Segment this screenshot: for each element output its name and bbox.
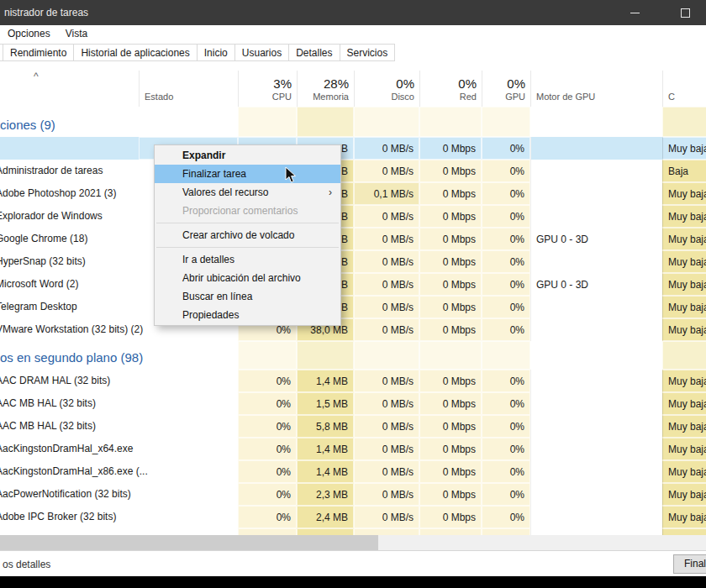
tab-detalles[interactable]: Detalles [288,44,340,61]
tab-inicio[interactable]: Inicio [197,44,235,61]
disk-cell: 0 MB/s [354,250,419,273]
process-row[interactable]: 0%1,5 MB0 MB/s0 Mbps0%Muy bajaAAC MB HAL… [0,392,706,415]
memory-cell: 5,8 MB [297,415,354,438]
gpu-engine-cell [530,528,662,535]
gpu-cell: 0% [482,528,530,535]
disk-cell: 0 MB/s [354,137,419,160]
taskbar-strip [0,576,706,588]
column-header-label: GPU [482,91,530,102]
context-menu-item-crear-archivo-de-volcado[interactable]: Crear archivo de volcado [155,226,340,244]
status-cell [139,392,238,415]
process-name: AacPowerNotification (32 bits) [0,483,131,506]
context-menu-item-abrir-ubicación-del-archivo[interactable]: Abrir ubicación del archivo [155,269,340,287]
menu-vista[interactable]: Vista [58,25,95,43]
gpu-cell: 0% [482,318,530,341]
gpu-engine-cell [530,415,662,438]
gpu-cell: 0% [482,483,530,506]
memory-cell: 2,3 MB [297,483,354,506]
end-task-button[interactable]: Finalizar tarea [673,554,706,574]
process-row[interactable]: 0%2,4 MB0 MB/s0 Mbps0%Muy bajaAdobe IPC … [0,506,706,528]
tab-usuarios[interactable]: Usuarios [234,44,289,61]
process-row[interactable]: 0%2,3 MB0 MB/s0 Mbps0%Muy bajaAacPowerNo… [0,483,706,506]
column-header-label: CPU [239,91,297,102]
column-header-gpu[interactable]: 0%GPU [482,71,530,107]
gpu-engine-cell: GPU 0 - 3D [530,228,662,250]
network-cell: 0 Mbps [419,370,482,392]
process-row[interactable]: 0%25,7 MB0 MB/s0 Mbps0%Muy bajaTelegram … [0,296,706,318]
minimize-icon [630,13,640,13]
column-header-value: 0% [355,76,419,91]
context-menu-item-proporcionar-comentarios: Proporcionar comentarios [155,202,340,220]
process-row[interactable]: 0%12,6 MB0 MB/s0 Mbps0%Muy bajaAdobe Gen… [0,528,706,535]
process-group-header[interactable]: ciones (9) [0,107,706,137]
process-row[interactable]: 0%30,1 MB0 MB/s0 Mbps0%BajaAdministrador… [0,160,706,182]
horizontal-scrollbar[interactable] [0,535,706,550]
gpu-cell: 0% [482,160,530,182]
column-header-estado[interactable]: Estado [139,71,238,107]
process-row[interactable]: 0%462,8 MB0,1 MB/s0 Mbps0%Muy bajaAdobe … [0,182,706,205]
context-menu-item-ir-a-detalles[interactable]: Ir a detalles [155,250,340,269]
power-usage-cell: Muy baja [662,370,706,392]
process-row[interactable]: 0%1,4 MB0 MB/s0 Mbps0%Muy bajaAacKingsto… [0,438,706,460]
net-cell [419,107,482,137]
disk-cell [354,107,419,137]
process-name: AacKingstonDramHal_x86.exe (... [0,460,148,483]
maximize-button[interactable] [666,0,704,25]
horizontal-scrollbar-thumb[interactable] [0,535,378,550]
column-header-value: 28% [298,76,354,91]
disk-cell: 0 MB/s [354,415,419,438]
context-menu-item-propiedades[interactable]: Propiedades [155,306,340,324]
disk-cell: 0 MB/s [354,528,419,535]
cpu-cell: 0% [238,438,297,460]
context-menu-item-buscar-en-línea[interactable]: Buscar en línea [155,287,340,306]
sort-ascending-icon[interactable]: ^ [34,71,39,82]
column-header-disk[interactable]: 0%Disco [354,71,419,107]
status-cell [139,483,238,506]
column-header-net[interactable]: 0%Red [419,71,482,107]
tab-rendimiento[interactable]: Rendimiento [3,44,74,61]
process-name: VMware Workstation (32 bits) (2) [0,318,143,341]
column-header-engine[interactable]: Motor de GPU [530,71,662,107]
process-table-body: ciones (9)0%23,9 MB0 MB/s0 Mbps0%Muy baj… [0,107,706,535]
tab-historial-de-aplicaciones[interactable]: Historial de aplicaciones [73,44,197,61]
process-row[interactable]: 0%610,4 MB0 MB/s0 Mbps0%GPU 0 - 3DMuy ba… [0,228,706,250]
process-row[interactable]: 0%5,8 MB0 MB/s0 Mbps0%Muy bajaAAC MB HAL… [0,415,706,438]
disk-cell: 0 MB/s [354,296,419,318]
column-header-cpu[interactable]: 3%CPU [238,71,297,107]
gpu-cell [482,341,530,370]
process-name: HyperSnap (32 bits) [0,250,86,273]
cpu-cell: 0% [238,415,297,438]
disk-cell: 0 MB/s [354,506,419,528]
gpu-engine-cell [530,483,662,506]
process-name: Adobe Genuine Helper [0,528,98,535]
gpu-engine-cell [530,392,662,415]
column-header-mem[interactable]: 28%Memoria [297,71,354,107]
process-group-header[interactable]: os en segundo plano (98) [0,341,706,370]
column-header-label: Disco [355,91,419,102]
context-menu-item-finalizar-tarea[interactable]: Finalizar tarea [155,165,340,183]
power-usage-cell: Muy baja [662,483,706,506]
menu-separator [156,247,339,248]
minimize-button[interactable] [615,0,654,25]
context-menu-item-expandir[interactable]: Expandir [155,146,340,165]
gpu-engine-cell [530,205,662,228]
fewer-details-button[interactable]: os detalles [3,559,50,570]
tab-servicios[interactable]: Servicios [340,44,396,61]
memory-cell: 1,4 MB [297,370,354,392]
network-cell: 0 Mbps [419,228,482,250]
gpu-cell: 0% [482,205,530,228]
process-row[interactable]: 0%98,3 MB0 MB/s0 Mbps0%GPU 0 - 3DMuy baj… [0,273,706,296]
column-header-value: 0% [482,76,530,91]
context-menu-item-valores-del-recurso[interactable]: Valores del recurso› [155,183,340,202]
process-row[interactable]: 0%1,4 MB0 MB/s0 Mbps0%Muy bajaAAC DRAM H… [0,370,706,392]
column-header-energy[interactable]: C [662,71,706,107]
process-row[interactable]: 0%38,0 MB0 MB/s0 Mbps0%Muy bajaVMware Wo… [0,318,706,341]
process-row[interactable]: 0%58,7 MB0 MB/s0 Mbps0%Muy bajaExplorado… [0,205,706,228]
column-header-row: ^ Estado3%CPU28%Memoria0%Disco0%Red0%GPU… [0,71,706,107]
menu-opciones[interactable]: Opciones [0,25,58,43]
menu-separator [156,223,339,223]
process-row[interactable]: 0%1,4 MB0 MB/s0 Mbps0%Muy bajaAacKingsto… [0,460,706,483]
process-row[interactable]: 0%23,9 MB0 MB/s0 Mbps0%Muy baja [0,137,706,160]
process-row[interactable]: 0%16,2 MB0 MB/s0 Mbps0%Muy bajaHyperSnap… [0,250,706,273]
cpu-cell: 0% [238,460,297,483]
